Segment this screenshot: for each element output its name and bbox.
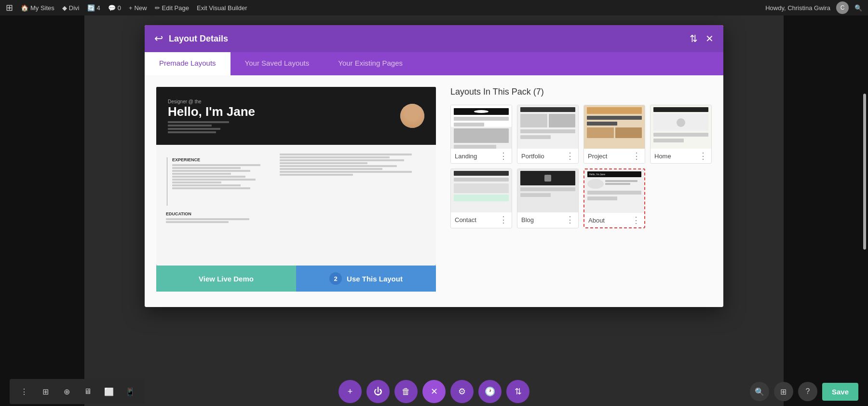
trash-button[interactable]: 🗑 xyxy=(394,380,418,403)
layouts-title: Layouts In This Pack (7) xyxy=(450,87,712,97)
resume-text-bar-3 xyxy=(168,131,216,133)
search-right-button[interactable]: 🔍 xyxy=(750,382,769,401)
exp-line-2 xyxy=(172,167,241,169)
tab-existing-pages[interactable]: Your Existing Pages xyxy=(324,52,417,75)
education-section: Education xyxy=(166,211,270,223)
layout-card-blog[interactable]: Blog ⋮ xyxy=(517,168,579,228)
help-button[interactable]: ? xyxy=(798,382,817,401)
layout-details-modal: ↩ Layout Details ⇅ ✕ Premade Layouts You… xyxy=(145,25,723,307)
edit-icon: ✏ xyxy=(155,4,160,12)
right-line-5 xyxy=(280,165,397,167)
mobile-view-button[interactable]: 📱 xyxy=(122,383,139,400)
edit-page-link[interactable]: ✏ Edit Page xyxy=(155,4,189,12)
modal-overlay: ↩ Layout Details ⇅ ✕ Premade Layouts You… xyxy=(0,15,868,406)
layout-thumb-portfolio xyxy=(517,105,578,149)
experience-title: Experience xyxy=(172,157,270,162)
search-icon[interactable]: 🔍 xyxy=(854,4,862,12)
save-button[interactable]: Save xyxy=(822,383,858,401)
exp-line-7 xyxy=(172,182,221,183)
designer-label: Designer @ the xyxy=(168,99,255,104)
options-button[interactable]: ⋮ xyxy=(15,383,33,400)
view-demo-button[interactable]: View Live Demo xyxy=(156,266,296,292)
adjust-icon[interactable]: ⇅ xyxy=(690,33,698,44)
layout-card-contact[interactable]: Contact ⋮ xyxy=(450,168,512,228)
layout-footer-about: About ⋮ xyxy=(584,213,644,227)
education-title: Education xyxy=(166,211,270,216)
resume-avatar xyxy=(400,104,424,128)
bottom-left-tools: ⋮ ⊞ ⊕ 🖥 ⬜ 📱 xyxy=(10,379,145,404)
layout-card-about[interactable]: 1 Hello, I'm Jane xyxy=(583,168,645,228)
preview-panel: Designer @ the Hello, I'm Jane xyxy=(156,87,436,295)
edu-line-2 xyxy=(166,221,229,223)
back-button[interactable]: ↩ xyxy=(154,32,163,45)
layout-menu-landing[interactable]: ⋮ xyxy=(499,152,508,160)
history-button[interactable]: 🕐 xyxy=(478,380,502,403)
zoom-button[interactable]: ⊕ xyxy=(58,383,75,400)
tab-premade-layouts[interactable]: Premade Layouts xyxy=(145,52,231,75)
power-button[interactable]: ⏻ xyxy=(366,380,390,403)
layout-card-landing[interactable]: Landing ⋮ xyxy=(450,105,512,164)
layout-menu-home[interactable]: ⋮ xyxy=(699,152,707,160)
settings-button[interactable]: ⚙ xyxy=(450,380,474,403)
admin-bar-right: Howdy, Christina Gwira C 🔍 xyxy=(765,1,862,14)
layout-footer-project: Project ⋮ xyxy=(584,149,645,163)
close-builder-button[interactable]: ✕ xyxy=(422,380,446,403)
resume-right-col xyxy=(280,153,426,258)
right-line-6 xyxy=(280,168,382,170)
new-link[interactable]: + New xyxy=(129,4,147,12)
experience-content: Experience xyxy=(172,157,270,190)
layout-menu-portfolio[interactable]: ⋮ xyxy=(566,152,574,160)
layout-menu-blog[interactable]: ⋮ xyxy=(566,215,574,224)
layout-card-portfolio[interactable]: Portfolio ⋮ xyxy=(517,105,579,164)
layout-footer-blog: Blog ⋮ xyxy=(517,212,578,227)
add-section-button[interactable]: + xyxy=(339,380,362,403)
layout-card-home[interactable]: Home ⋮ xyxy=(650,105,712,164)
tab-saved-layouts[interactable]: Your Saved Layouts xyxy=(231,52,324,75)
comments-link[interactable]: 💬 0 xyxy=(108,4,121,12)
layout-menu-about[interactable]: ⋮ xyxy=(632,216,640,224)
right-line-4 xyxy=(280,162,367,164)
right-line-3 xyxy=(280,159,404,161)
layout-thumb-project xyxy=(584,105,645,149)
wp-logo-icon[interactable]: ⊞ xyxy=(6,2,13,13)
howdy-text[interactable]: Howdy, Christina Gwira xyxy=(765,4,830,12)
layouts-grid: Landing ⋮ xyxy=(450,105,712,228)
updates-link[interactable]: 🔄 4 xyxy=(87,4,100,12)
plus-icon: + xyxy=(129,4,133,12)
desktop-view-button[interactable]: 🖥 xyxy=(79,383,96,400)
use-layout-button[interactable]: 2 Use This Layout xyxy=(296,266,436,292)
close-icon[interactable]: ✕ xyxy=(705,33,714,44)
layout-card-project[interactable]: Project ⋮ xyxy=(583,105,645,164)
right-line-2 xyxy=(280,156,390,158)
resume-body: Experience xyxy=(156,145,436,266)
exp-line-3 xyxy=(172,170,250,172)
edu-line-1 xyxy=(166,218,249,220)
exp-line-9 xyxy=(172,187,250,189)
exp-line-8 xyxy=(172,184,241,186)
layout-menu-contact[interactable]: ⋮ xyxy=(499,215,508,224)
tablet-view-button[interactable]: ⬜ xyxy=(100,383,118,400)
exit-builder-link[interactable]: Exit Visual Builder xyxy=(197,4,247,12)
timeline xyxy=(166,157,167,206)
modal-tabs: Premade Layouts Your Saved Layouts Your … xyxy=(145,52,723,75)
avatar[interactable]: C xyxy=(836,1,849,14)
main-area: ↩ Layout Details ⇅ ✕ Premade Layouts You… xyxy=(0,15,868,406)
layers-button[interactable]: ⊞ xyxy=(774,382,793,401)
my-sites-link[interactable]: 🏠 My Sites xyxy=(21,4,54,12)
modal-header: ↩ Layout Details ⇅ ✕ xyxy=(145,25,723,52)
modal-body: Designer @ the Hello, I'm Jane xyxy=(145,75,723,307)
resume-text-bar-2 xyxy=(168,128,220,130)
layout-menu-project[interactable]: ⋮ xyxy=(632,152,641,160)
layout-thumb-contact xyxy=(451,169,512,212)
layout-thumb-blog xyxy=(517,169,578,212)
preview-image: Designer @ the Hello, I'm Jane xyxy=(156,87,436,266)
portability-button[interactable]: ⇅ xyxy=(506,380,529,403)
admin-bar: ⊞ 🏠 My Sites ◆ Divi 🔄 4 💬 0 + New ✏ Edit… xyxy=(0,0,868,15)
divi-link[interactable]: ◆ Divi xyxy=(62,4,80,12)
layout-footer-portfolio: Portfolio ⋮ xyxy=(517,149,578,163)
divi-icon: ◆ xyxy=(62,4,67,12)
hello-heading: Hello, I'm Jane xyxy=(168,104,255,119)
resume-header-text: Designer @ the Hello, I'm Jane xyxy=(168,99,255,133)
wireframe-button[interactable]: ⊞ xyxy=(37,383,54,400)
resume-header: Designer @ the Hello, I'm Jane xyxy=(156,87,436,145)
